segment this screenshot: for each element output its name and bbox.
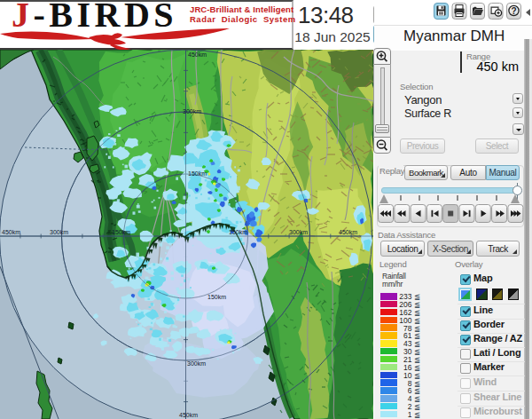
- svg-text:450km: 450km: [2, 229, 20, 235]
- svg-text:450km: 450km: [179, 412, 198, 418]
- svg-text:150km: 150km: [188, 170, 207, 177]
- svg-text:150km: 150km: [207, 294, 226, 300]
- svg-text:150km: 150km: [229, 229, 247, 235]
- svg-text:300km: 300km: [183, 108, 201, 115]
- svg-text:?: ?: [511, 6, 516, 16]
- svg-text:300km: 300km: [50, 229, 68, 235]
- svg-text:450km: 450km: [188, 51, 207, 58]
- svg-text:150km: 150km: [112, 229, 130, 235]
- svg-text:450km: 450km: [339, 229, 357, 235]
- svg-text:300km: 300km: [289, 229, 308, 235]
- svg-text:300km: 300km: [187, 360, 206, 367]
